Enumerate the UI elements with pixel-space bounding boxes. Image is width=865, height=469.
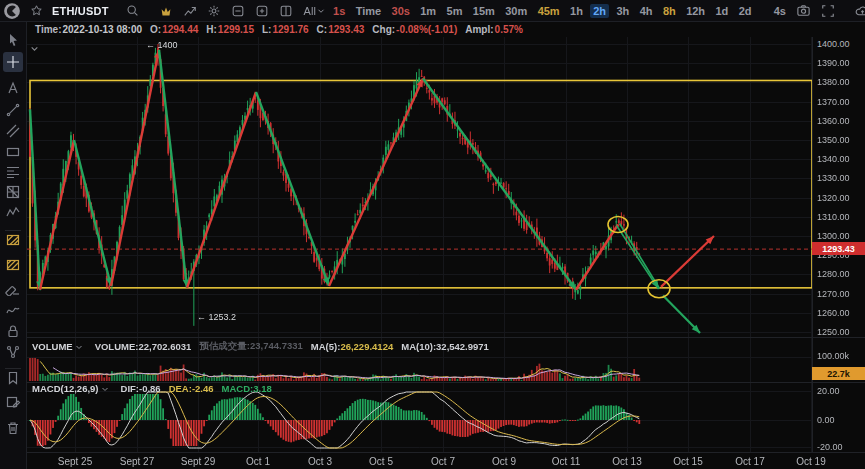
- last-price-tag: 1293.43: [812, 242, 865, 255]
- macd-axis-label: 20.00: [817, 386, 840, 396]
- cursor-icon[interactable]: [0, 30, 26, 50]
- macd-dea: DEA:-2.46: [169, 383, 214, 394]
- ohlc-value: 1294.44: [162, 24, 198, 35]
- time-axis-label: Oct 7: [431, 456, 455, 467]
- time-axis-label: Oct 11: [552, 456, 581, 467]
- timeframe-45m[interactable]: 45m: [535, 4, 563, 18]
- symbol-title[interactable]: ETH/USDT: [52, 5, 109, 17]
- volume-pane-header: VOLUME VOLUME:22,702.6031 预估成交量:23,744.7…: [32, 340, 489, 353]
- ohlc-value: -0.08%(-1.01): [396, 24, 457, 35]
- trash-icon[interactable]: [0, 418, 26, 438]
- price-axis-label: 1300.00: [817, 231, 850, 241]
- timeframe-4s[interactable]: 4s: [771, 4, 789, 18]
- cloud-save-icon[interactable]: [855, 3, 865, 18]
- timeframe-3h[interactable]: 3h: [613, 4, 632, 18]
- crosshair-icon[interactable]: [3, 52, 23, 72]
- trend-line-icon[interactable]: [0, 100, 26, 120]
- eraser-icon[interactable]: [0, 278, 26, 298]
- time-axis-label: Oct 19: [796, 456, 825, 467]
- timeframe-all-dropdown[interactable]: All: [304, 5, 326, 17]
- indicators-icon[interactable]: [183, 4, 197, 18]
- rectangle-icon[interactable]: [0, 142, 26, 162]
- timeframe-all-label: All: [304, 5, 316, 17]
- macd-pane-title[interactable]: MACD(12,26,9): [32, 383, 113, 394]
- price-axis-label: 1340.00: [817, 154, 850, 164]
- macd-hist: MACD:3.18: [222, 383, 272, 394]
- price-axis-label: 1330.00: [817, 173, 850, 183]
- volume-tag: 22.7k: [812, 367, 865, 380]
- timeframe-30m[interactable]: 30m: [502, 4, 530, 18]
- search-icon[interactable]: [126, 4, 139, 17]
- price-note-high[interactable]: ← 1400: [146, 40, 178, 50]
- text-icon[interactable]: [0, 78, 26, 98]
- macd-axis-label: 0.00: [817, 415, 835, 425]
- caret-down-icon: [101, 385, 109, 393]
- layout-icon[interactable]: [279, 4, 293, 18]
- trading-app: ETH/USDT All 1sTime30s1m5m15m30m45m1h2h3…: [0, 0, 865, 469]
- settings-icon[interactable]: [207, 4, 221, 18]
- snapshot-edit-icon[interactable]: [0, 392, 26, 412]
- price-axis-label: 1260.00: [817, 308, 850, 318]
- ohlc-label: O:: [150, 24, 161, 35]
- camera-icon[interactable]: [796, 3, 811, 18]
- time-axis-label: Sept 25: [58, 456, 92, 467]
- fib-retracement-icon[interactable]: [0, 162, 26, 182]
- timeframe-12h[interactable]: 12h: [683, 4, 708, 18]
- freehand-icon[interactable]: [0, 300, 26, 320]
- volume-axis-label: 100.00k: [817, 351, 849, 361]
- timeframe-8h[interactable]: 8h: [660, 4, 679, 18]
- timeframe-1h[interactable]: 1h: [567, 4, 586, 18]
- timeframe-4h[interactable]: 4h: [637, 4, 656, 18]
- timeframe-list: 1sTime30s1m5m15m30m45m1h2h3h4h8h12h1d2d: [328, 4, 757, 18]
- timeframe-1m[interactable]: 1m: [417, 4, 439, 18]
- gann-grid-icon[interactable]: [0, 182, 26, 202]
- chart-canvas[interactable]: [27, 37, 812, 469]
- parallel-channel-icon[interactable]: [0, 121, 26, 141]
- toolbar-separator: [5, 230, 21, 231]
- bookmark-icon[interactable]: [0, 368, 26, 388]
- message-icon[interactable]: [231, 4, 245, 18]
- price-axis-label: 1390.00: [817, 58, 850, 68]
- macd-title-label: MACD(12,26,9): [32, 383, 99, 394]
- lock-icon[interactable]: [0, 321, 26, 341]
- time-axis-label: Oct 3: [308, 456, 332, 467]
- elliott-wave-icon[interactable]: [0, 202, 26, 222]
- ohlc-value: 1293.43: [328, 24, 364, 35]
- timeframe-15m[interactable]: 15m: [470, 4, 498, 18]
- price-axis-label: 1280.00: [817, 269, 850, 279]
- ohlc-label: Chg:: [372, 24, 395, 35]
- timeframe-1s[interactable]: 1s: [330, 4, 348, 18]
- timeframe-2h[interactable]: 2h: [590, 4, 609, 18]
- volume-value: VOLUME:22,702.6031: [95, 341, 192, 352]
- app-logo: [3, 2, 21, 20]
- pattern-a-icon[interactable]: [0, 230, 26, 250]
- price-axis-label: 1270.00: [817, 289, 850, 299]
- toolbar-separator: [5, 368, 21, 369]
- ohlc-value: 0.57%: [495, 24, 523, 35]
- magnet-group-icon[interactable]: [0, 342, 26, 362]
- time-axis-label: Sept 27: [120, 456, 154, 467]
- favorite-star-icon[interactable]: [30, 4, 43, 17]
- timeframe-30s[interactable]: 30s: [389, 4, 413, 18]
- timeframe-1d[interactable]: 1d: [712, 4, 731, 18]
- add-chart-icon[interactable]: [255, 4, 269, 18]
- pattern-b-icon[interactable]: [0, 255, 26, 275]
- drawing-toolbar: [0, 22, 27, 469]
- price-note-low[interactable]: ← 1253.2: [197, 312, 236, 322]
- timeframe-5m[interactable]: 5m: [444, 4, 466, 18]
- time-axis-label: Oct 13: [612, 456, 641, 467]
- macd-dif: DIF:-0.86: [121, 383, 161, 394]
- time-axis-label: Oct 17: [735, 456, 764, 467]
- hot-list-icon[interactable]: [159, 4, 173, 18]
- pane-collapse-icon[interactable]: [30, 39, 39, 57]
- volume-pane-title[interactable]: VOLUME: [32, 341, 87, 352]
- timeframe-Time[interactable]: Time: [353, 4, 384, 18]
- time-axis-label: Sept 29: [181, 456, 215, 467]
- pane-divider[interactable]: [27, 337, 865, 338]
- ohlc-label: Time:: [35, 24, 62, 35]
- time-axis-label: Oct 9: [492, 456, 516, 467]
- timeframe-2d[interactable]: 2d: [736, 4, 755, 18]
- fullscreen-icon[interactable]: [821, 4, 835, 18]
- volume-title-label: VOLUME: [32, 341, 73, 352]
- price-axis-label: 1400.00: [817, 39, 850, 49]
